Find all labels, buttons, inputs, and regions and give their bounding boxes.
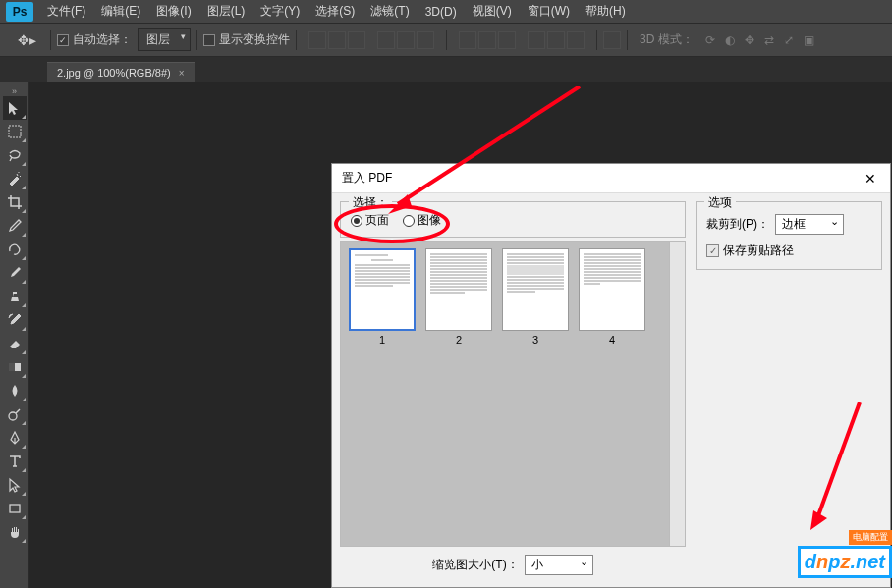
menu-view[interactable]: 视图(V) <box>465 0 520 24</box>
menu-type[interactable]: 文字(Y) <box>252 0 307 24</box>
thumbnails-row: 1 2 3 4 <box>341 242 653 546</box>
dodge-tool[interactable] <box>3 402 27 426</box>
preserve-clip-label: 保存剪贴路径 <box>723 242 794 259</box>
toolbox: » <box>0 82 29 588</box>
divider <box>627 30 628 50</box>
menu-window[interactable]: 窗口(W) <box>520 0 578 24</box>
pdf-page-thumb[interactable]: 3 <box>500 248 571 540</box>
thumb-size-row: 缩览图大小(T)： 小 <box>340 547 686 579</box>
distribute-icons <box>459 31 516 49</box>
3d-scale-icon[interactable]: ⤢ <box>784 33 798 47</box>
radio-page-label: 页面 <box>365 212 389 229</box>
pen-tool[interactable] <box>3 426 27 450</box>
menu-filter[interactable]: 滤镜(T) <box>362 0 417 24</box>
svg-rect-4 <box>10 505 20 512</box>
options-legend: 选项 <box>704 194 736 211</box>
menu-edit[interactable]: 编辑(E) <box>93 0 148 24</box>
toolbox-expand-icon[interactable]: » <box>1 86 28 96</box>
preserve-clip-checkbox[interactable]: ✓ 保存剪贴路径 <box>706 242 871 259</box>
3d-camera-icon[interactable]: ▣ <box>804 33 817 47</box>
tab-close-icon[interactable]: × <box>179 68 185 79</box>
thumb-size-label: 缩览图大小(T)： <box>432 557 518 573</box>
show-transform-checkbox[interactable]: 显示变换控件 <box>203 31 290 48</box>
tab-title: 2.jpg @ 100%(RGB/8#) <box>57 67 171 79</box>
3d-orbit-icon[interactable]: ⟳ <box>705 33 719 47</box>
menu-help[interactable]: 帮助(H) <box>578 0 634 24</box>
align-icon[interactable] <box>328 31 346 49</box>
svg-point-3 <box>9 412 17 420</box>
auto-select-dropdown[interactable]: 图层 <box>138 28 191 51</box>
select-groupbox: 选择： 页面 图像 <box>340 201 686 238</box>
divider <box>296 30 297 50</box>
crop-tool[interactable] <box>3 190 27 214</box>
align-icon[interactable] <box>308 31 326 49</box>
divider <box>196 30 197 50</box>
distribute-icon[interactable] <box>567 31 585 49</box>
menu-layer[interactable]: 图层(L) <box>199 0 253 24</box>
document-tab[interactable]: 2.jpg @ 100%(RGB/8#) × <box>47 62 195 82</box>
align-icon[interactable] <box>348 31 365 49</box>
type-tool[interactable] <box>3 450 27 473</box>
eyedropper-tool[interactable] <box>3 214 27 238</box>
marquee-tool[interactable] <box>3 120 27 143</box>
pdf-page-thumb[interactable]: 2 <box>423 248 494 540</box>
dialog-close-button[interactable]: ✕ <box>861 171 880 187</box>
align-icons <box>308 31 365 49</box>
distribute-icon[interactable] <box>498 31 516 49</box>
thumb-size-select[interactable]: 小 <box>525 555 593 575</box>
watermark-badge: 电脑配置 <box>849 530 892 545</box>
align-icons <box>377 31 434 49</box>
clone-stamp-tool[interactable] <box>3 285 27 308</box>
3d-roll-icon[interactable]: ◐ <box>725 33 739 47</box>
svg-rect-2 <box>9 363 15 371</box>
show-transform-label: 显示变换控件 <box>219 31 290 48</box>
crop-select[interactable]: 边框 <box>775 214 844 235</box>
distribute-icon[interactable] <box>528 31 545 49</box>
menu-3d[interactable]: 3D(D) <box>418 0 465 24</box>
menu-file[interactable]: 文件(F) <box>39 0 93 24</box>
radio-page[interactable]: 页面 <box>351 212 389 229</box>
menu-image[interactable]: 图像(I) <box>148 0 198 24</box>
gradient-tool[interactable] <box>3 355 27 379</box>
distribute-icon[interactable] <box>459 31 476 49</box>
hand-tool[interactable] <box>3 520 27 544</box>
3d-icons: ⟳ ◐ ✥ ⇄ ⤢ ▣ <box>705 33 817 47</box>
auto-select-label: 自动选择： <box>73 31 132 48</box>
svg-rect-0 <box>9 126 21 137</box>
radio-image[interactable]: 图像 <box>403 212 441 229</box>
radio-image-label: 图像 <box>418 212 441 229</box>
healing-brush-tool[interactable] <box>3 238 27 261</box>
eraser-tool[interactable] <box>3 332 27 355</box>
align-icon[interactable] <box>417 31 434 49</box>
thumb-label: 1 <box>379 334 385 346</box>
blur-tool[interactable] <box>3 379 27 402</box>
pdf-page-thumb[interactable]: 4 <box>577 248 647 540</box>
thumb-label: 2 <box>456 334 462 346</box>
move-tool-icon: ✥▸ <box>10 32 44 48</box>
distribute-icon[interactable] <box>547 31 565 49</box>
3d-slide-icon[interactable]: ⇄ <box>764 33 778 47</box>
align-icon[interactable] <box>377 31 395 49</box>
history-brush-tool[interactable] <box>3 308 27 332</box>
rectangle-tool[interactable] <box>3 497 27 520</box>
thumbnails-scrollbar[interactable] <box>669 242 685 546</box>
select-legend: 选择： <box>349 194 392 211</box>
menubar: Ps 文件(F) 编辑(E) 图像(I) 图层(L) 文字(Y) 选择(S) 滤… <box>0 0 892 24</box>
pdf-page-thumb[interactable]: 1 <box>347 248 418 540</box>
lasso-tool[interactable] <box>3 143 27 167</box>
align-icon[interactable] <box>397 31 415 49</box>
thumb-label: 3 <box>532 334 538 346</box>
move-tool[interactable] <box>3 96 27 120</box>
path-selection-tool[interactable] <box>3 473 27 497</box>
place-pdf-dialog: 置入 PDF ✕ 选择： 页面 图像 <box>331 163 891 588</box>
dialog-titlebar: 置入 PDF ✕ <box>332 164 890 193</box>
auto-align-icon[interactable] <box>603 31 621 49</box>
divider <box>446 30 447 50</box>
magic-wand-tool[interactable] <box>3 167 27 190</box>
menu-select[interactable]: 选择(S) <box>307 0 362 24</box>
3d-pan-icon[interactable]: ✥ <box>745 33 758 47</box>
brush-tool[interactable] <box>3 261 27 285</box>
document-tabbar: 2.jpg @ 100%(RGB/8#) × <box>0 57 892 82</box>
auto-select-checkbox[interactable]: ✓ 自动选择： <box>57 31 132 48</box>
distribute-icon[interactable] <box>478 31 496 49</box>
